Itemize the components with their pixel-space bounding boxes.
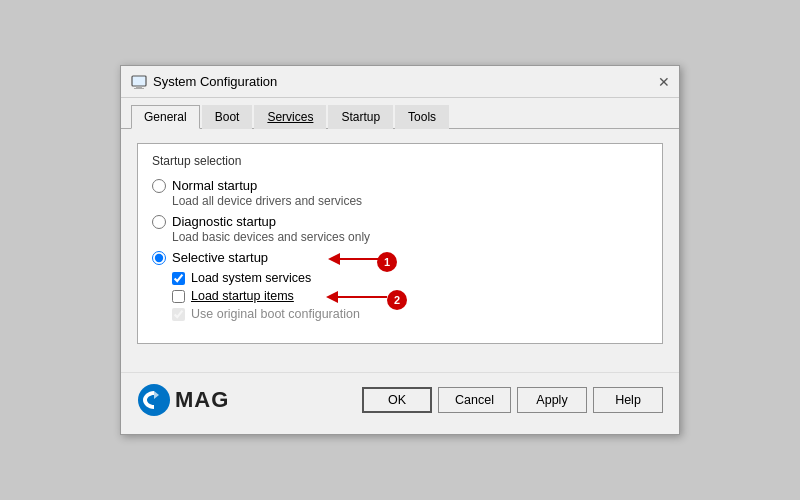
cancel-button[interactable]: Cancel [438,387,511,413]
help-button[interactable]: Help [593,387,663,413]
diagnostic-startup-label: Diagnostic startup [172,214,276,229]
content-area: Startup selection Normal startup Load al… [121,129,679,368]
computer-icon [131,74,147,90]
use-original-boot-row: Use original boot configuration [172,307,648,321]
diagnostic-startup-option: Diagnostic startup Load basic devices an… [152,214,648,244]
tab-services[interactable]: Services [254,105,326,129]
selective-section: Load system services Load startup items [172,271,648,321]
normal-startup-label: Normal startup [172,178,257,193]
selective-startup-option: Selective startup 1 [152,250,648,321]
ok-button[interactable]: OK [362,387,432,413]
load-startup-items-row: Load startup items 2 [172,289,648,303]
tab-tools[interactable]: Tools [395,105,449,129]
load-system-services-row: Load system services [172,271,648,285]
normal-startup-radio[interactable] [152,179,166,193]
tab-startup[interactable]: Startup [328,105,393,129]
diagnostic-startup-radio[interactable] [152,215,166,229]
load-system-services-checkbox[interactable] [172,272,185,285]
svg-point-5 [138,384,170,416]
use-original-boot-checkbox [172,308,185,321]
window-title: System Configuration [153,74,277,89]
load-startup-items-label: Load startup items [191,289,294,303]
apply-button[interactable]: Apply [517,387,587,413]
load-system-services-label: Load system services [191,271,311,285]
normal-startup-desc: Load all device drivers and services [172,194,648,208]
footer: MAG OK Cancel Apply Help [121,372,679,429]
close-button[interactable]: ✕ [657,75,671,89]
footer-logo: MAG [137,383,229,417]
title-bar: System Configuration ✕ [121,66,679,98]
logo-text: MAG [175,387,229,413]
tab-bar: General Boot Services Startup Tools [121,98,679,129]
tab-boot[interactable]: Boot [202,105,253,129]
footer-buttons: OK Cancel Apply Help [362,387,663,413]
diagnostic-startup-desc: Load basic devices and services only [172,230,648,244]
group-label: Startup selection [152,154,648,168]
selective-startup-radio[interactable] [152,251,166,265]
annotation-badge-1: 1 [377,252,397,272]
normal-startup-option: Normal startup Load all device drivers a… [152,178,648,208]
svg-rect-2 [134,88,144,89]
svg-rect-0 [132,76,146,86]
startup-group: Startup selection Normal startup Load al… [137,143,663,344]
title-bar-left: System Configuration [131,74,277,90]
system-configuration-window: System Configuration ✕ General Boot Serv… [120,65,680,435]
selective-startup-label: Selective startup [172,250,268,265]
load-startup-items-checkbox[interactable] [172,290,185,303]
annotation-badge-2: 2 [387,290,407,310]
svg-rect-1 [136,86,142,88]
tab-general[interactable]: General [131,105,200,129]
use-original-boot-label: Use original boot configuration [191,307,360,321]
cmag-logo-icon [137,383,171,417]
